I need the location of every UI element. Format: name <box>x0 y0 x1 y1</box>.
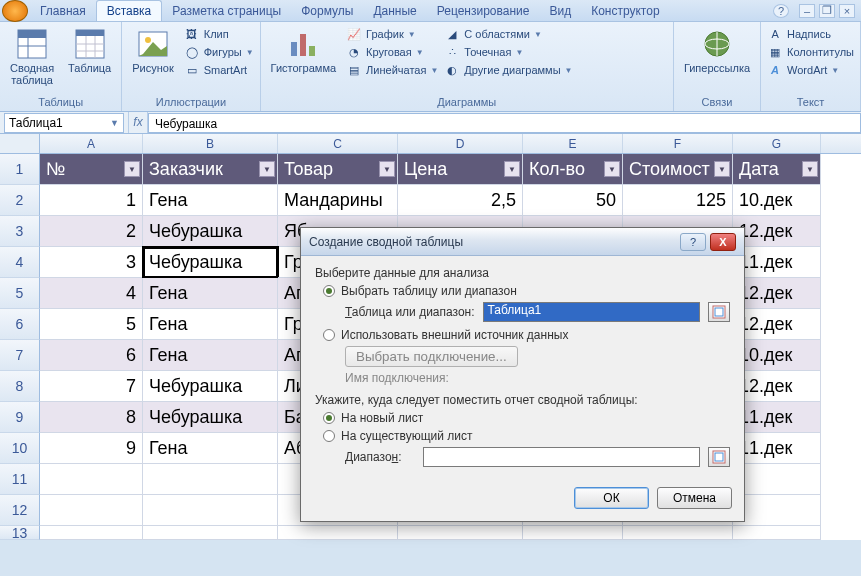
line-chart-button[interactable]: 📈График ▼ <box>346 26 438 42</box>
smartart-button[interactable]: ▭SmartArt <box>184 62 254 78</box>
col-header[interactable]: F <box>623 134 733 153</box>
radio-existing-sheet[interactable]: На существующий лист <box>323 429 730 443</box>
textbox-button[interactable]: AНадпись <box>767 26 854 42</box>
pie-chart-button[interactable]: ◔Круговая ▼ <box>346 44 438 60</box>
row-header[interactable]: 5 <box>0 278 40 309</box>
restore-button[interactable]: ❐ <box>819 4 835 18</box>
filter-icon[interactable]: ▼ <box>604 161 620 177</box>
col-header[interactable]: A <box>40 134 143 153</box>
tab-page-layout[interactable]: Разметка страницы <box>162 1 291 21</box>
cell[interactable]: 2,5 <box>398 185 523 216</box>
wordart-button[interactable]: AWordArt ▼ <box>767 62 854 78</box>
cancel-button[interactable]: Отмена <box>657 487 732 509</box>
th-cell[interactable]: Товар▼ <box>278 154 398 185</box>
select-all-corner[interactable] <box>0 134 40 153</box>
filter-icon[interactable]: ▼ <box>379 161 395 177</box>
location-picker-button[interactable] <box>708 447 730 467</box>
tab-insert[interactable]: Вставка <box>96 0 163 21</box>
th-cell[interactable]: Кол-во▼ <box>523 154 623 185</box>
row-header[interactable]: 12 <box>0 495 40 526</box>
cell[interactable]: 10.дек <box>733 185 821 216</box>
name-box-dropdown-icon[interactable]: ▼ <box>110 118 119 128</box>
minimize-button[interactable]: – <box>799 4 815 18</box>
cell[interactable]: 4 <box>40 278 143 309</box>
cell[interactable]: Чебурашка <box>143 216 278 247</box>
range-input[interactable]: Таблица1 <box>483 302 700 322</box>
cell[interactable]: 8 <box>40 402 143 433</box>
cell[interactable]: 3 <box>40 247 143 278</box>
cell[interactable]: Гена <box>143 433 278 464</box>
range-picker-button[interactable] <box>708 302 730 322</box>
col-header[interactable]: B <box>143 134 278 153</box>
filter-icon[interactable]: ▼ <box>802 161 818 177</box>
tab-view[interactable]: Вид <box>539 1 581 21</box>
hyperlink-button[interactable]: Гиперссылка <box>680 26 754 76</box>
col-header[interactable]: G <box>733 134 821 153</box>
picture-button[interactable]: Рисунок <box>128 26 178 76</box>
close-button[interactable]: × <box>839 4 855 18</box>
dialog-titlebar[interactable]: Создание сводной таблицы ? X <box>301 228 744 256</box>
cell[interactable]: 9 <box>40 433 143 464</box>
cell[interactable]: 7 <box>40 371 143 402</box>
cell[interactable]: 12.дек <box>733 278 821 309</box>
col-header[interactable]: E <box>523 134 623 153</box>
cell[interactable]: 11.дек <box>733 247 821 278</box>
cell[interactable]: Гена <box>143 185 278 216</box>
row-header[interactable]: 8 <box>0 371 40 402</box>
row-header[interactable]: 6 <box>0 309 40 340</box>
tab-review[interactable]: Рецензирование <box>427 1 540 21</box>
col-header[interactable]: C <box>278 134 398 153</box>
cell[interactable]: 11.дек <box>733 433 821 464</box>
headerfooter-button[interactable]: ▦Колонтитулы <box>767 44 854 60</box>
tab-home[interactable]: Главная <box>30 1 96 21</box>
row-header[interactable]: 13 <box>0 526 40 540</box>
th-cell[interactable]: Стоимост▼ <box>623 154 733 185</box>
cell[interactable]: Гена <box>143 309 278 340</box>
location-input[interactable] <box>423 447 700 467</box>
cell[interactable]: 2 <box>40 216 143 247</box>
row-header[interactable]: 7 <box>0 340 40 371</box>
scatter-chart-button[interactable]: ∴Точечная ▼ <box>444 44 572 60</box>
other-charts-button[interactable]: ◐Другие диаграммы ▼ <box>444 62 572 78</box>
clip-button[interactable]: 🖼Клип <box>184 26 254 42</box>
cell[interactable]: Чебурашка <box>143 402 278 433</box>
filter-icon[interactable]: ▼ <box>504 161 520 177</box>
row-header[interactable]: 1 <box>0 154 40 185</box>
cell[interactable]: Мандарины <box>278 185 398 216</box>
row-header[interactable]: 9 <box>0 402 40 433</box>
cell[interactable]: 12.дек <box>733 216 821 247</box>
cell[interactable]: 5 <box>40 309 143 340</box>
row-header[interactable]: 2 <box>0 185 40 216</box>
area-chart-button[interactable]: ◢С областями ▼ <box>444 26 572 42</box>
cell[interactable]: Чебурашка <box>143 247 278 278</box>
cell[interactable]: 50 <box>523 185 623 216</box>
pivot-table-button[interactable]: Сводная таблица <box>6 26 58 88</box>
bar-chart-button[interactable]: ▤Линейчатая ▼ <box>346 62 438 78</box>
th-cell[interactable]: Заказчик▼ <box>143 154 278 185</box>
cell[interactable]: Гена <box>143 278 278 309</box>
dialog-close-button[interactable]: X <box>710 233 736 251</box>
fx-button[interactable]: fx <box>128 112 148 133</box>
cell[interactable]: 6 <box>40 340 143 371</box>
cell[interactable]: 10.дек <box>733 340 821 371</box>
filter-icon[interactable]: ▼ <box>259 161 275 177</box>
dialog-help-button[interactable]: ? <box>680 233 706 251</box>
shapes-button[interactable]: ◯Фигуры ▼ <box>184 44 254 60</box>
tab-formulas[interactable]: Формулы <box>291 1 363 21</box>
cell[interactable]: 11.дек <box>733 402 821 433</box>
tab-design[interactable]: Конструктор <box>581 1 669 21</box>
row-header[interactable]: 10 <box>0 433 40 464</box>
name-box[interactable]: Таблица1▼ <box>4 113 124 133</box>
cell[interactable]: 12.дек <box>733 309 821 340</box>
help-icon[interactable]: ? <box>773 4 789 18</box>
th-cell[interactable]: Цена▼ <box>398 154 523 185</box>
radio-new-sheet[interactable]: На новый лист <box>323 411 730 425</box>
table-button[interactable]: Таблица <box>64 26 115 76</box>
cell[interactable]: 12.дек <box>733 371 821 402</box>
cell[interactable]: Чебурашка <box>143 371 278 402</box>
office-button[interactable] <box>2 0 28 22</box>
ok-button[interactable]: ОК <box>574 487 649 509</box>
filter-icon[interactable]: ▼ <box>124 161 140 177</box>
th-cell[interactable]: Дата▼ <box>733 154 821 185</box>
histogram-button[interactable]: Гистограмма <box>267 26 341 76</box>
